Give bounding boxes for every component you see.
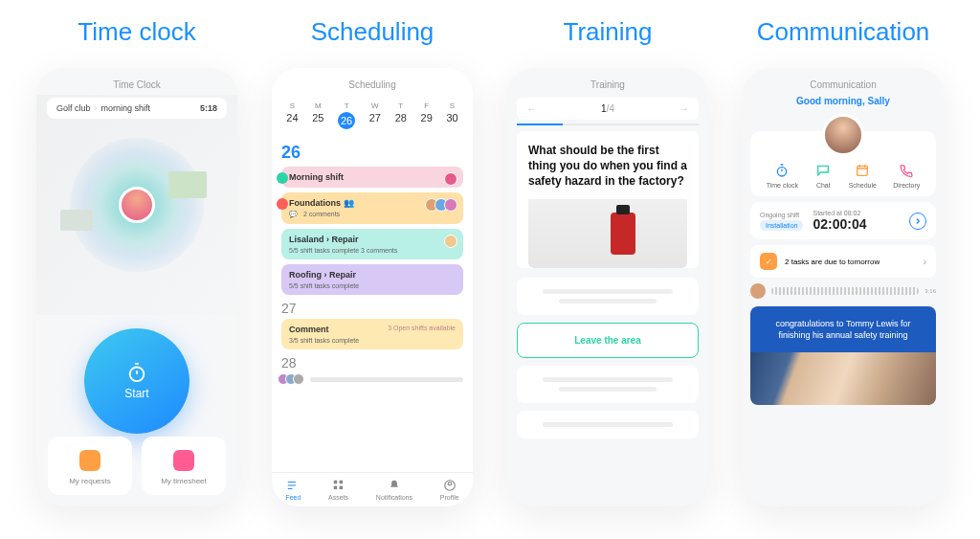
action-chat[interactable]: Chat xyxy=(814,162,832,189)
day-num[interactable]: 27 xyxy=(369,112,381,124)
announcement-photo xyxy=(750,352,936,405)
stopwatch-icon xyxy=(126,362,147,383)
week-strip[interactable]: S24 M25 T26 W27 T28 F29 S30 xyxy=(272,98,473,137)
action-schedule[interactable]: Schedule xyxy=(849,162,877,189)
question-image xyxy=(528,199,687,268)
due-text: 2 tasks are due to tomorrow xyxy=(785,258,880,266)
bottom-nav: Feed Assets Notifications Profile xyxy=(272,472,473,506)
shift-card-roofing[interactable]: Roofing › Repair 5/5 shift tasks complet… xyxy=(281,264,463,295)
phone-communication: Communication Good morning, Sally Time c… xyxy=(743,68,944,506)
phone-icon xyxy=(898,162,915,179)
action-time-clock[interactable]: Time clock xyxy=(767,162,798,189)
day-num[interactable]: 29 xyxy=(421,112,433,124)
day-28-row[interactable] xyxy=(281,373,463,385)
chevron-right-icon: › xyxy=(924,257,926,267)
phone-time-clock: Time Clock Golf club › morning shift 5:1… xyxy=(36,68,237,506)
svg-rect-8 xyxy=(858,166,868,175)
heading-communication: Communication xyxy=(757,17,930,47)
start-button-label: Start xyxy=(124,387,148,400)
avatar-stack xyxy=(429,198,457,212)
shift-info-chip[interactable]: Golf club › morning shift 5:18 xyxy=(47,98,227,119)
nav-notifications[interactable]: Notifications xyxy=(376,479,412,501)
check-icon: ✓ xyxy=(760,253,777,270)
svg-rect-2 xyxy=(339,481,343,484)
card-meta: 5/5 shift tasks complete 3 comments xyxy=(289,247,397,254)
selected-day: 26 xyxy=(281,143,463,163)
calendar-icon xyxy=(173,450,194,471)
card-title: Morning shift xyxy=(289,172,456,182)
arrow-right-icon[interactable]: → xyxy=(679,103,689,114)
svg-point-7 xyxy=(778,168,787,176)
shift-badge: Installation xyxy=(760,220,803,231)
tile-label: My timesheet xyxy=(147,477,220,485)
card-meta: 2 comments xyxy=(303,211,340,218)
start-button[interactable]: Start xyxy=(84,328,189,434)
check-icon xyxy=(277,172,288,184)
shift-card-foundations[interactable]: Foundations 👥 💬2 comments xyxy=(281,192,463,224)
arrow-circle-icon[interactable] xyxy=(909,213,926,230)
dow: W xyxy=(369,101,381,110)
dow: T xyxy=(395,101,407,110)
day-num[interactable]: 25 xyxy=(312,112,323,124)
card-title: Lisaland › Repair xyxy=(289,235,456,244)
card-meta: 5/5 shift tasks complete xyxy=(289,282,359,289)
action-directory[interactable]: Directory xyxy=(893,162,920,189)
chevron-right-icon: › xyxy=(95,103,98,113)
screen-title: Time Clock xyxy=(36,68,237,98)
avatar-stack xyxy=(448,235,457,248)
tasks-due-row[interactable]: ✓ 2 tasks are due to tomorrow › xyxy=(750,245,936,278)
question-nav: ← 1/4 → xyxy=(517,98,699,120)
dow: S xyxy=(286,101,298,110)
day-num-active[interactable]: 26 xyxy=(338,112,355,129)
heading-training: Training xyxy=(564,17,653,47)
page-indicator: 1/4 xyxy=(601,103,614,114)
audio-message[interactable]: 3:16 xyxy=(750,283,936,299)
day-num[interactable]: 24 xyxy=(286,112,298,124)
shift-crumb: morning shift xyxy=(101,103,151,113)
nav-feed[interactable]: Feed xyxy=(285,479,301,501)
announcement-banner[interactable]: congratulations to Tommy Lewis for finis… xyxy=(750,306,936,352)
nav-assets[interactable]: Assets xyxy=(328,479,348,501)
shift-elapsed: 02:00:04 xyxy=(813,216,866,232)
svg-point-6 xyxy=(448,483,452,486)
check-icon xyxy=(79,450,100,471)
answer-option-selected[interactable]: Leave the area xyxy=(517,323,699,358)
day-num[interactable]: 30 xyxy=(446,112,457,124)
ongoing-shift-card[interactable]: Ongoing shift Installation Started at 08… xyxy=(750,202,936,239)
card-title: Roofing › Repair xyxy=(289,270,456,280)
my-timesheet-tile[interactable]: My timesheet xyxy=(142,437,226,495)
placeholder-line xyxy=(310,377,463,382)
answer-option-3[interactable] xyxy=(517,366,699,403)
my-requests-tile[interactable]: My requests xyxy=(48,437,132,495)
question-card: What should be the first thing you do wh… xyxy=(517,131,699,268)
audio-duration: 3:16 xyxy=(924,288,936,294)
nav-profile[interactable]: Profile xyxy=(440,479,459,501)
screen-title: Communication xyxy=(743,68,944,98)
shift-card-morning[interactable]: Morning shift xyxy=(281,167,463,188)
started-label: Started at 08:02 xyxy=(813,210,866,216)
stopwatch-icon xyxy=(773,162,791,179)
open-shifts: 3 Open shifts available xyxy=(388,325,456,334)
user-avatar[interactable] xyxy=(822,114,864,156)
calendar-icon xyxy=(854,162,871,179)
shift-card-comment[interactable]: Comment 3 Open shifts available 3/5 shif… xyxy=(281,319,463,349)
dow: T xyxy=(338,101,355,110)
day-num[interactable]: 28 xyxy=(395,112,407,124)
card-meta: 3/5 shift tasks complete xyxy=(289,337,359,344)
chat-icon xyxy=(814,162,832,179)
shift-card-lisaland[interactable]: Lisaland › Repair 5/5 shift tasks comple… xyxy=(281,229,463,259)
profile-card: Time clock Chat Schedule Directory xyxy=(750,131,936,196)
svg-rect-1 xyxy=(333,481,337,484)
arrow-left-icon[interactable]: ← xyxy=(526,103,536,114)
map-background xyxy=(36,95,237,315)
waveform xyxy=(771,287,919,295)
answer-option-4[interactable] xyxy=(517,411,699,438)
avatar-stack xyxy=(448,172,457,186)
day-28: 28 xyxy=(281,355,463,371)
dow: F xyxy=(421,101,433,110)
people-icon: 👥 xyxy=(344,198,354,208)
elapsed-time: 5:18 xyxy=(200,103,217,113)
answer-option-1[interactable] xyxy=(517,278,699,315)
question-text: What should be the first thing you do wh… xyxy=(528,143,687,190)
screen-title: Scheduling xyxy=(272,68,473,98)
